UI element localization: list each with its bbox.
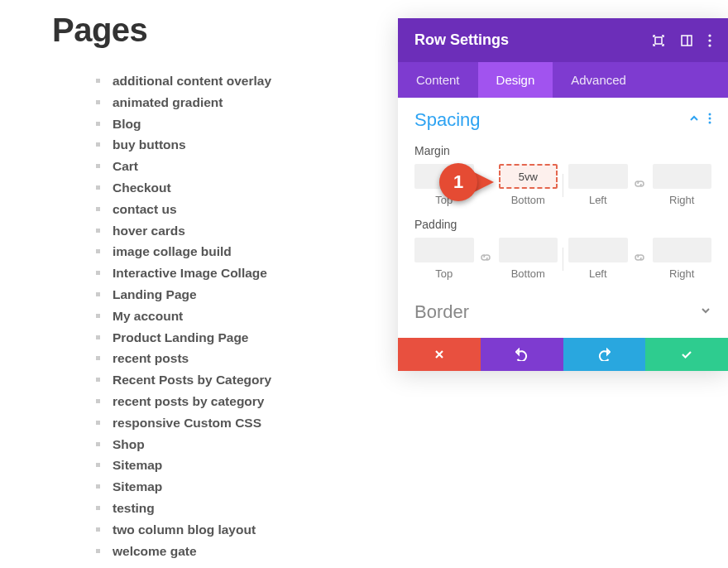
spacing-section-header[interactable]: Spacing [398, 98, 728, 139]
tabs: Content Design Advanced [398, 62, 728, 98]
list-item[interactable]: welcome gate [96, 541, 383, 562]
link-icon[interactable] [479, 251, 494, 267]
tab-content[interactable]: Content [398, 62, 478, 98]
margin-left-label: Left [589, 194, 607, 206]
list-item[interactable]: testing [96, 498, 383, 519]
margin-top-input[interactable] [414, 164, 474, 189]
padding-top-input[interactable] [414, 238, 474, 262]
padding-right-label: Right [669, 267, 694, 280]
svg-rect-0 [655, 37, 662, 44]
list-item[interactable]: hover cards [96, 220, 383, 242]
svg-point-3 [708, 34, 711, 36]
list-item[interactable]: contact us [96, 199, 383, 220]
list-item[interactable]: Cart [96, 156, 383, 177]
expand-icon[interactable] [652, 34, 665, 47]
list-item[interactable]: responsive Custom CSS [96, 412, 383, 434]
list-item[interactable]: Recent Posts by Category [96, 369, 383, 391]
margin-inputs: Top Bottom Left Right [398, 164, 728, 206]
cancel-button[interactable] [398, 338, 481, 371]
link-icon[interactable] [633, 177, 648, 194]
padding-inputs: Top Bottom Left Right [398, 238, 728, 280]
padding-left-input[interactable] [568, 238, 628, 262]
svg-point-8 [709, 122, 711, 124]
panel-title: Row Settings [414, 31, 509, 49]
list-item[interactable]: Blog [96, 113, 383, 135]
margin-bottom-input[interactable] [499, 164, 558, 189]
list-item[interactable]: additional content overlay [96, 70, 383, 92]
list-item[interactable]: two column blog layout [96, 519, 383, 541]
margin-right-input[interactable] [653, 164, 712, 189]
list-item[interactable]: animated gradient [96, 92, 383, 113]
padding-top-label: Top [435, 267, 453, 280]
more-icon[interactable] [708, 34, 711, 47]
chevron-up-icon[interactable] [688, 113, 700, 128]
list-item[interactable]: My account [96, 306, 383, 327]
pages-list: additional content overlay animated grad… [52, 70, 383, 561]
spacing-title: Spacing [414, 109, 481, 131]
margin-top-label: Top [435, 194, 453, 206]
margin-bottom-label: Bottom [511, 194, 545, 206]
list-item[interactable]: recent posts [96, 348, 383, 369]
padding-left-label: Left [589, 267, 607, 280]
undo-button[interactable] [481, 338, 563, 371]
row-settings-panel: Row Settings Content Design Advanced [398, 18, 728, 371]
list-item[interactable]: image collage build [96, 241, 383, 262]
page-title: Pages [52, 12, 383, 49]
svg-point-7 [709, 118, 711, 120]
list-item[interactable]: buy buttons [96, 134, 383, 156]
more-icon[interactable] [708, 113, 711, 128]
svg-point-6 [709, 113, 711, 116]
chevron-down-icon[interactable] [700, 305, 711, 320]
border-title: Border [414, 301, 469, 323]
svg-rect-1 [682, 36, 692, 46]
svg-point-5 [708, 44, 711, 46]
list-item[interactable]: Landing Page [96, 284, 383, 306]
padding-right-input[interactable] [653, 238, 712, 262]
list-item[interactable]: Checkout [96, 177, 383, 199]
margin-right-label: Right [669, 194, 694, 206]
list-item[interactable]: Sitemap [96, 476, 383, 498]
link-icon[interactable] [633, 251, 648, 267]
tab-design[interactable]: Design [478, 62, 553, 98]
tab-advanced[interactable]: Advanced [553, 62, 644, 98]
snap-icon[interactable] [680, 34, 693, 47]
border-section-header[interactable]: Border [398, 288, 728, 338]
margin-label: Margin [398, 144, 728, 157]
save-button[interactable] [645, 338, 728, 371]
list-item[interactable]: Shop [96, 434, 383, 455]
svg-point-4 [708, 39, 711, 41]
panel-footer [398, 338, 728, 371]
list-item[interactable]: Sitemap [96, 455, 383, 476]
padding-bottom-input[interactable] [499, 238, 558, 262]
padding-label: Padding [398, 218, 728, 231]
redo-button[interactable] [563, 338, 646, 371]
panel-header: Row Settings [398, 18, 728, 62]
list-item[interactable]: recent posts by category [96, 391, 383, 412]
list-item[interactable]: Product Landing Page [96, 327, 383, 349]
padding-bottom-label: Bottom [511, 267, 545, 280]
divider [563, 248, 563, 271]
margin-left-input[interactable] [568, 164, 628, 189]
divider [563, 174, 563, 197]
list-item[interactable]: Interactive Image Collage [96, 262, 383, 284]
